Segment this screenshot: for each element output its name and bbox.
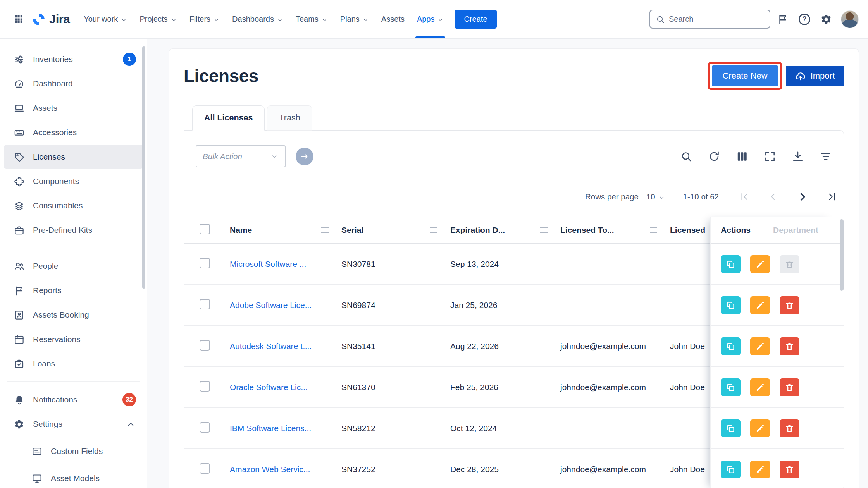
table-scrollbar[interactable] <box>840 219 844 291</box>
nav-item-filters[interactable]: Filters <box>183 0 226 38</box>
people-icon <box>14 261 24 271</box>
column-drag-handle-icon[interactable] <box>650 227 657 233</box>
sidebar-item-licenses[interactable]: Licenses <box>4 145 143 169</box>
app-switcher-button[interactable] <box>9 10 28 29</box>
edit-button[interactable] <box>750 461 770 478</box>
sidebar-item-accessories[interactable]: Accessories <box>4 120 143 144</box>
sidebar-item-consumables[interactable]: Consumables <box>4 194 143 218</box>
nav-item-teams[interactable]: Teams <box>289 0 334 38</box>
delete-button[interactable] <box>780 419 799 437</box>
nav-item-assets[interactable]: Assets <box>375 0 411 38</box>
sidebar-item-asset-models[interactable]: Asset Models <box>4 466 143 488</box>
jira-logo-text: Jira <box>49 12 70 26</box>
table-search-icon[interactable] <box>680 150 692 163</box>
delete-button[interactable] <box>780 378 799 396</box>
delete-button[interactable] <box>780 461 799 478</box>
row-checkbox[interactable] <box>200 422 210 433</box>
edit-button[interactable] <box>750 255 770 273</box>
sidebar-item-loans[interactable]: Loans <box>4 352 143 376</box>
filter-icon[interactable] <box>820 150 832 163</box>
sidebar-item-dashboard[interactable]: Dashboard <box>4 72 143 96</box>
user-avatar[interactable] <box>841 10 859 28</box>
edit-button[interactable] <box>750 378 770 396</box>
license-name-link[interactable]: Oracle Software Lic... <box>230 383 308 392</box>
announcements-button[interactable] <box>773 10 792 29</box>
download-icon[interactable] <box>792 150 804 163</box>
licensed-to-cell: johndoe@example.com <box>560 342 670 351</box>
delete-button[interactable] <box>780 296 799 314</box>
sidebar-item-assets-booking[interactable]: Assets Booking <box>4 303 143 327</box>
duplicate-button[interactable] <box>721 296 741 314</box>
duplicate-button[interactable] <box>721 255 741 273</box>
row-checkbox[interactable] <box>200 340 210 351</box>
create-button[interactable]: Create <box>455 10 496 29</box>
bell-icon <box>14 395 24 405</box>
fullscreen-icon[interactable] <box>764 150 776 163</box>
duplicate-button[interactable] <box>721 419 741 437</box>
global-search[interactable] <box>649 10 770 29</box>
column-header-label: Expiration D... <box>450 225 505 235</box>
last-page-button[interactable] <box>827 191 837 202</box>
sidebar-item-notifications[interactable]: Notifications32 <box>4 388 143 412</box>
sidebar-scrollbar[interactable] <box>142 46 145 289</box>
row-checkbox[interactable] <box>200 381 210 392</box>
sidebar-item-custom-fields[interactable]: Custom Fields <box>4 439 143 463</box>
license-name-link[interactable]: Amazon Web Servic... <box>230 465 310 474</box>
license-name-link[interactable]: IBM Software Licens... <box>230 424 311 433</box>
column-header-serial[interactable]: Serial <box>341 217 450 243</box>
column-drag-handle-icon[interactable] <box>321 227 329 233</box>
row-checkbox[interactable] <box>200 258 210 268</box>
column-drag-handle-icon[interactable] <box>540 227 548 233</box>
sidebar-item-pre-defined-kits[interactable]: Pre-Defined Kits <box>4 218 143 242</box>
column-header-expiration-d[interactable]: Expiration D... <box>450 217 560 243</box>
settings-button[interactable] <box>817 10 835 29</box>
nav-item-plans[interactable]: Plans <box>334 0 375 38</box>
duplicate-button[interactable] <box>721 337 741 355</box>
column-header-label: Serial <box>341 225 363 235</box>
nav-item-your-work[interactable]: Your work <box>78 0 133 38</box>
column-header-licensed-to[interactable]: Licensed To... <box>560 217 670 243</box>
serial-cell: SN35141 <box>341 342 450 351</box>
nav-item-dashboards[interactable]: Dashboards <box>226 0 289 38</box>
column-drag-handle-icon[interactable] <box>430 227 437 233</box>
sidebar-item-reports[interactable]: Reports <box>4 278 143 302</box>
license-name-link[interactable]: Autodesk Software L... <box>230 342 312 351</box>
sidebar-item-people[interactable]: People <box>4 254 143 278</box>
duplicate-button[interactable] <box>721 378 741 396</box>
bulk-action-select[interactable]: Bulk Action <box>196 145 286 167</box>
sidebar-item-settings[interactable]: Settings <box>4 412 143 436</box>
sidebar-item-reservations[interactable]: Reservations <box>4 327 143 351</box>
next-page-button[interactable] <box>796 191 809 203</box>
sidebar-divider <box>7 248 140 248</box>
search-input[interactable] <box>669 15 764 24</box>
tab-trash[interactable]: Trash <box>267 105 312 131</box>
delete-button[interactable] <box>780 337 799 355</box>
sidebar-item-assets[interactable]: Assets <box>4 96 143 120</box>
help-button[interactable]: ? <box>795 10 814 29</box>
rows-per-page-select[interactable]: 10 <box>646 192 665 201</box>
sidebar-item-inventories[interactable]: Inventories1 <box>4 47 143 71</box>
edit-button[interactable] <box>750 419 770 437</box>
license-name-link[interactable]: Microsoft Software ... <box>230 259 306 268</box>
select-all-checkbox[interactable] <box>200 224 210 234</box>
import-button[interactable]: Import <box>786 66 844 86</box>
sidebar-item-components[interactable]: Components <box>4 169 143 193</box>
create-new-button[interactable]: Create New <box>712 65 778 86</box>
refresh-icon[interactable] <box>708 150 720 163</box>
licenses-table: NameSerialExpiration D...Licensed To...L… <box>184 217 844 488</box>
column-header-name[interactable]: Name <box>230 217 341 243</box>
nav-item-projects[interactable]: Projects <box>133 0 183 38</box>
columns-icon[interactable] <box>736 150 748 163</box>
row-checkbox[interactable] <box>200 299 210 309</box>
edit-button[interactable] <box>750 337 770 355</box>
nav-item-apps[interactable]: Apps <box>411 0 450 38</box>
previous-page-button <box>768 191 778 202</box>
tab-all-licenses[interactable]: All Licenses <box>192 105 265 131</box>
license-name-link[interactable]: Adobe Software Lice... <box>230 301 312 309</box>
edit-button[interactable] <box>750 296 770 314</box>
jira-logo[interactable]: Jira <box>32 12 70 26</box>
apply-bulk-action-button[interactable] <box>296 148 313 165</box>
chevron-down-icon <box>362 17 369 23</box>
duplicate-button[interactable] <box>721 461 741 478</box>
row-checkbox[interactable] <box>200 463 210 474</box>
